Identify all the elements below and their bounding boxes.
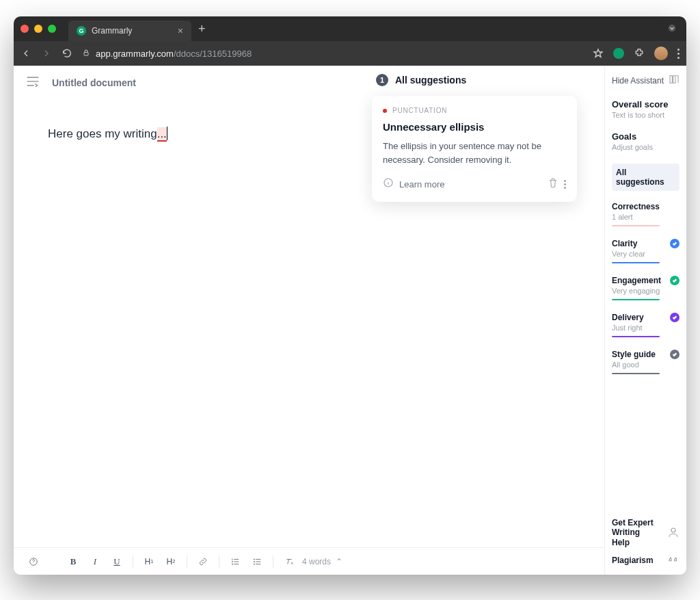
url-domain: app.grammarly.com <box>96 49 174 59</box>
profile-avatar[interactable] <box>654 47 668 60</box>
svg-rect-7 <box>670 76 672 83</box>
word-count[interactable]: 4 words ⌃ <box>302 557 342 566</box>
ordered-list-button[interactable] <box>226 553 244 571</box>
error-span[interactable]: ... <box>157 127 167 142</box>
editor-column: Untitled document Here goes my writing..… <box>14 66 604 575</box>
all-suggestions-button[interactable]: All suggestions <box>612 164 679 191</box>
category-bar <box>612 262 660 263</box>
lock-icon <box>82 49 90 59</box>
svg-point-0 <box>669 24 676 31</box>
category-bar <box>612 299 660 300</box>
learn-more-link[interactable]: Learn more <box>399 179 444 190</box>
browser-tab[interactable]: G Grammarly × <box>68 21 191 41</box>
assistant-sidebar: Hide Assistant Overall score Text is too… <box>604 66 686 575</box>
plagiarism-button[interactable]: Plagiarism <box>612 554 679 566</box>
svg-point-5 <box>254 561 254 562</box>
goals-sub: Adjust goals <box>612 143 679 151</box>
reload-button[interactable] <box>62 48 72 59</box>
address-bar[interactable]: app.grammarly.com/ddocs/1316519968 <box>82 49 583 59</box>
category-sub: Very engaging <box>612 287 679 295</box>
category-bar <box>612 336 660 337</box>
clear-formatting-button[interactable] <box>280 553 298 571</box>
document-header: Untitled document <box>14 66 604 100</box>
expert-help-button[interactable]: Get Expert Writing Help <box>612 518 679 547</box>
unordered-list-button[interactable] <box>248 553 266 571</box>
category-sub: 1 alert <box>612 213 679 221</box>
text-cursor <box>167 127 167 140</box>
h2-button[interactable]: H2 <box>162 553 180 571</box>
overall-score-sub: Text is too short <box>612 111 679 119</box>
dismiss-suggestion-button[interactable] <box>548 177 558 191</box>
svg-rect-1 <box>84 52 88 55</box>
close-tab-button[interactable]: × <box>178 25 183 36</box>
category-style-guide[interactable]: Style guide All good <box>612 350 679 374</box>
category-delivery[interactable]: Delivery Just right <box>612 313 679 337</box>
category-title: Style guide <box>612 350 656 359</box>
category-title: Engagement <box>612 276 661 285</box>
category-bar <box>612 225 660 226</box>
category-clarity[interactable]: Clarity Very clear <box>612 239 679 263</box>
help-icon[interactable] <box>25 553 42 571</box>
browser-toolbar: app.grammarly.com/ddocs/1316519968 <box>14 41 686 66</box>
category-dot-icon <box>383 109 387 113</box>
suggestion-category: PUNCTUATION <box>383 107 566 114</box>
suggestion-actions: Learn more <box>383 177 566 191</box>
close-window-button[interactable] <box>21 25 29 33</box>
svg-point-4 <box>254 558 254 559</box>
check-icon <box>670 276 679 285</box>
category-correctness[interactable]: Correctness 1 alert <box>612 202 679 226</box>
check-icon <box>670 313 679 322</box>
url-path: /ddocs/1316519968 <box>174 49 252 59</box>
plagiarism-label: Plagiarism <box>612 556 654 565</box>
suggestion-category-label: PUNCTUATION <box>392 107 447 114</box>
category-title: Clarity <box>612 239 637 248</box>
tabs-dropdown-icon[interactable] <box>667 23 677 35</box>
maximize-window-button[interactable] <box>48 25 56 33</box>
grammarly-extension-icon[interactable] <box>613 48 624 59</box>
svg-rect-8 <box>673 76 675 83</box>
check-icon <box>670 239 679 248</box>
category-sub: All good <box>612 361 679 369</box>
expert-help-label: Get Expert Writing Help <box>612 518 660 547</box>
new-tab-button[interactable]: + <box>198 22 206 36</box>
link-button[interactable] <box>194 553 212 571</box>
h1-button[interactable]: H1 <box>140 553 158 571</box>
quotes-icon <box>667 554 679 566</box>
italic-button[interactable]: I <box>86 553 104 571</box>
goals-title: Goals <box>612 131 679 142</box>
forward-button[interactable] <box>41 48 52 59</box>
goals-section[interactable]: Goals Adjust goals <box>612 131 679 151</box>
info-icon[interactable] <box>383 177 394 191</box>
suggestion-menu-icon[interactable] <box>564 180 566 189</box>
browser-menu-icon[interactable] <box>677 49 679 59</box>
minimize-window-button[interactable] <box>34 25 42 33</box>
svg-point-6 <box>254 563 254 564</box>
category-title: Delivery <box>612 313 644 322</box>
document-list-icon[interactable] <box>26 76 40 90</box>
suggestion-card[interactable]: PUNCTUATION Unnecessary ellipsis The ell… <box>372 96 577 202</box>
category-sub: Just right <box>612 324 679 332</box>
browser-window: G Grammarly × + app.grammarly.com/ddocs/… <box>14 16 686 575</box>
back-button[interactable] <box>21 48 31 59</box>
performance-icon[interactable] <box>669 74 679 87</box>
suggestions-count-badge: 1 <box>376 74 388 86</box>
extensions-icon[interactable] <box>634 48 645 59</box>
bookmark-icon[interactable] <box>593 48 604 59</box>
category-title: Correctness <box>612 202 660 211</box>
editor-text: Here goes my writing <box>48 127 157 140</box>
svg-point-9 <box>671 528 675 532</box>
browser-tabstrip: G Grammarly × + <box>14 16 686 41</box>
check-icon <box>670 350 679 359</box>
format-toolbar: B I U H1 H2 <box>14 547 604 575</box>
suggestions-header-label: All suggestions <box>395 75 466 86</box>
person-icon <box>667 526 679 538</box>
hide-assistant-button[interactable]: Hide Assistant <box>612 76 664 86</box>
category-engagement[interactable]: Engagement Very engaging <box>612 276 679 300</box>
tab-title: Grammarly <box>92 26 132 36</box>
suggestions-header[interactable]: 1 All suggestions <box>376 74 466 86</box>
underline-button[interactable]: U <box>108 553 126 571</box>
overall-score-section[interactable]: Overall score Text is too short <box>612 99 679 119</box>
document-title[interactable]: Untitled document <box>52 77 136 88</box>
window-controls <box>21 25 56 33</box>
bold-button[interactable]: B <box>64 553 82 571</box>
